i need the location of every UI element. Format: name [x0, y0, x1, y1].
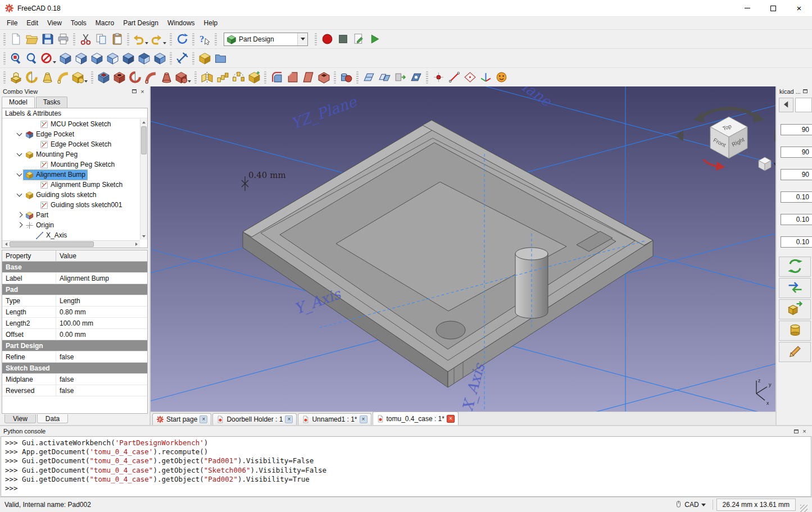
multitransform-button[interactable] [246, 70, 262, 85]
view-right-button[interactable] [105, 51, 120, 66]
tree-item-origin[interactable]: Origin [3, 220, 139, 230]
spin-field[interactable]: 90 [781, 147, 812, 158]
pad-button[interactable] [8, 70, 24, 85]
shapebinder-button[interactable] [361, 70, 376, 85]
workbench-dropdown-arrow[interactable] [297, 33, 307, 45]
toolbar-grip[interactable] [356, 71, 359, 84]
hole-button[interactable] [111, 70, 127, 85]
menu-item[interactable]: Macro [91, 17, 119, 29]
property-section-part-design[interactable]: Part Design [2, 340, 147, 351]
pocket-button[interactable] [96, 70, 111, 85]
pan-right-arrow-icon[interactable] [774, 130, 775, 141]
property-row-reversed[interactable]: Reversed false [2, 385, 147, 396]
mounting-peg-cylinder[interactable] [515, 248, 548, 318]
spin-field[interactable]: 0.10 [781, 236, 812, 248]
measure-button[interactable] [174, 51, 190, 66]
polar-pattern-button[interactable] [230, 70, 246, 85]
tree-vertical-scrollbar[interactable] [140, 119, 147, 240]
expander-icon[interactable] [16, 170, 24, 180]
toolbar-grip[interactable] [194, 71, 197, 84]
spin-field[interactable]: 90 [781, 124, 812, 135]
property-row-length[interactable]: Length 0.80 mm [2, 307, 147, 318]
toolbar-grip[interactable] [426, 71, 428, 84]
spin-field[interactable]: 0.10 [781, 214, 812, 225]
tree-item-guiding-slots-sketch[interactable]: Guiding slots sketch [3, 190, 139, 200]
python-console-output[interactable]: >>> Gui.activateWorkbench('PartDesignWor… [1, 436, 811, 497]
expander-icon[interactable] [16, 129, 24, 139]
linear-pattern-button[interactable] [215, 70, 230, 85]
revolution-button[interactable] [24, 70, 39, 85]
chamfer-button[interactable] [284, 70, 300, 85]
toolbar-grip[interactable] [215, 33, 217, 45]
toolbar-grip[interactable] [127, 33, 129, 45]
close-button[interactable]: × [786, 0, 812, 17]
subtractive-loft-button[interactable] [158, 70, 174, 85]
scroll-down-icon[interactable] [140, 233, 147, 240]
dropdown-arrow-icon[interactable] [163, 42, 166, 44]
view-left-button[interactable] [152, 51, 167, 66]
draw-style-button[interactable] [39, 51, 57, 66]
copy-button[interactable] [93, 31, 109, 47]
paste-button[interactable] [109, 31, 125, 47]
open-folder-button[interactable] [24, 31, 39, 47]
kicad-partial-button[interactable] [795, 98, 812, 112]
tab-view[interactable]: View [4, 414, 36, 423]
thickness-button[interactable] [316, 70, 332, 85]
save-button[interactable] [39, 31, 55, 47]
redo-button[interactable] [149, 31, 167, 47]
tree-item-guiding-slots-sketch001[interactable]: Guiding slots sketch001 [3, 200, 139, 210]
spin-field[interactable]: 90 [781, 169, 812, 180]
macro-edit-button[interactable] [351, 31, 366, 47]
toolbar-grip[interactable] [73, 33, 75, 45]
tree-item-edge-pocket-sketch[interactable]: Edge Pocket Sketch [3, 139, 139, 149]
groove-button[interactable] [127, 70, 143, 85]
menu-item[interactable]: Edit [22, 17, 43, 29]
float-panel-button[interactable] [792, 427, 800, 435]
ks-pencil-button[interactable] [779, 342, 811, 362]
fit-all-button[interactable] [8, 51, 24, 66]
tab-tomu-case[interactable]: tomu_0.4_case : 1* × [373, 412, 459, 425]
view-top-button[interactable] [89, 51, 105, 66]
tab-model[interactable]: Model [2, 97, 35, 108]
tab-unnamed1[interactable]: Unnamed1 : 1* × [298, 413, 371, 425]
toolbar-grip[interactable] [3, 71, 6, 84]
property-row-offset[interactable]: Offset 0.00 mm [2, 329, 147, 340]
expander-icon[interactable] [30, 139, 38, 149]
datum-plane-button[interactable] [462, 70, 478, 85]
macro-stop-button[interactable] [335, 31, 351, 47]
expander-icon[interactable] [30, 200, 38, 210]
minimize-button[interactable] [734, 0, 760, 17]
expander-icon[interactable] [16, 210, 24, 220]
ks-arrows-button[interactable] [779, 278, 811, 298]
menu-item[interactable]: Windows [163, 17, 199, 29]
property-row-type[interactable]: Type Length [2, 295, 147, 307]
cut-button[interactable] [78, 31, 93, 47]
box-zoom-button[interactable] [24, 51, 39, 66]
view-rear-button[interactable] [120, 51, 136, 66]
part-box-button[interactable] [197, 51, 212, 66]
fillet-button[interactable] [269, 70, 284, 85]
macro-record-button[interactable] [319, 31, 335, 47]
ks-cyl-button[interactable] [779, 321, 811, 341]
tab-close-icon[interactable]: × [447, 415, 455, 423]
property-row-label[interactable]: Label Alignment Bump [2, 273, 147, 284]
dropdown-arrow-icon[interactable] [188, 80, 191, 83]
undo-button[interactable] [131, 31, 149, 47]
view-bottom-button[interactable] [136, 51, 152, 66]
tab-close-icon[interactable]: × [360, 415, 368, 423]
clone-button[interactable] [376, 70, 392, 85]
property-section-sketch-based[interactable]: Sketch Based [2, 363, 147, 374]
toolbar-grip[interactable] [192, 52, 194, 65]
expander-icon[interactable] [30, 180, 38, 190]
toolbar-grip[interactable] [264, 71, 266, 84]
menu-item[interactable]: File [2, 17, 22, 29]
dropdown-arrow-icon[interactable] [84, 80, 88, 83]
expander-icon[interactable] [16, 149, 24, 159]
close-panel-button[interactable]: × [800, 427, 809, 435]
expander-icon[interactable] [16, 190, 24, 200]
3d-viewport[interactable]: YZ_Plane XZ_Plane Y_Axis X_Axis 0.40 mm [151, 86, 775, 412]
view-front-button[interactable] [73, 51, 89, 66]
toolbar-grip[interactable] [3, 33, 6, 45]
tree-item-mcu-pocket-sketch[interactable]: MCU Pocket Sketch [3, 119, 139, 129]
mirrored-button[interactable] [199, 70, 215, 85]
